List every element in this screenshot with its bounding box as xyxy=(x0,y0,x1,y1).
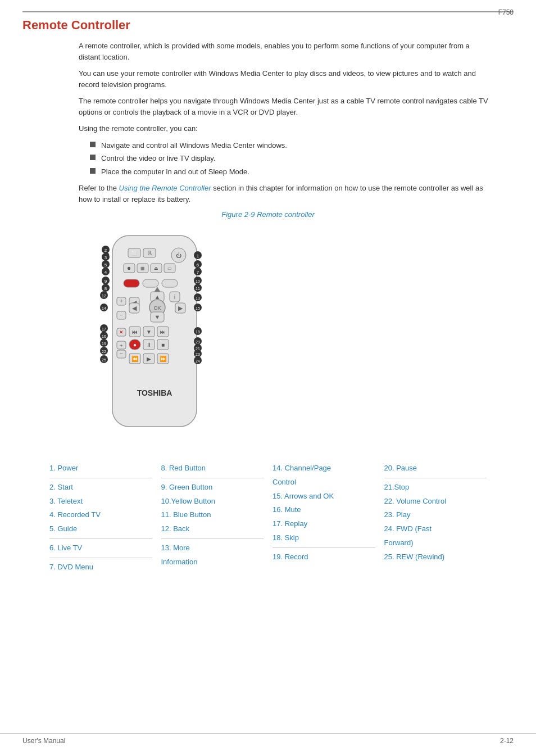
svg-text:■: ■ xyxy=(161,342,165,348)
paragraph-3: The remote controller helps you navigate… xyxy=(79,96,491,117)
svg-text:22: 22 xyxy=(102,350,106,354)
paragraph-2: You can use your remote controller with … xyxy=(79,68,491,90)
legend-item: 7. DVD Menu xyxy=(49,562,152,573)
legend-col-3: 14. Channel/Page Control 15. Arrows and … xyxy=(268,460,380,578)
footer-left: User's Manual xyxy=(22,737,65,745)
svg-text:24: 24 xyxy=(196,359,200,363)
legend-item: 21.Stop xyxy=(384,482,487,494)
legend-col-1: 1. Power 2. Start 3. Teletext 4. Recorde… xyxy=(45,460,157,578)
legend-item: Forward) xyxy=(384,537,487,549)
svg-text:+: + xyxy=(120,343,122,348)
legend-item: 11. Blue Button xyxy=(161,509,264,521)
svg-text:1: 1 xyxy=(197,253,199,259)
legend-item: 1. Power xyxy=(49,463,152,474)
page-id: F750 xyxy=(498,8,514,16)
svg-text:◀: ◀ xyxy=(132,305,137,311)
svg-text:ℝ: ℝ xyxy=(148,250,152,256)
list-item: Place the computer in and out of Sleep M… xyxy=(90,166,491,178)
svg-text:▶: ▶ xyxy=(178,305,183,311)
legend-item: Control xyxy=(272,477,375,488)
bullet-icon xyxy=(90,168,96,174)
svg-text:3: 3 xyxy=(105,255,107,260)
legend-item: 9. Green Button xyxy=(161,482,264,494)
bullet-icon xyxy=(90,155,96,160)
svg-text:16: 16 xyxy=(102,334,106,338)
svg-text:13: 13 xyxy=(196,296,200,300)
svg-text:⏺: ⏺ xyxy=(127,266,131,271)
svg-text:18: 18 xyxy=(196,330,200,334)
svg-text:25: 25 xyxy=(102,358,106,362)
internal-link[interactable]: Using the Remote Controller xyxy=(119,184,211,192)
svg-text:⏭: ⏭ xyxy=(160,329,166,335)
svg-text:OK: OK xyxy=(153,305,161,311)
svg-text:⏻: ⏻ xyxy=(176,252,181,259)
section-title: Remote Controller xyxy=(22,18,514,33)
legend-item: 15. Arrows and OK xyxy=(272,491,375,503)
legend-item: 8. Red Button xyxy=(161,463,264,474)
svg-text:10: 10 xyxy=(196,279,200,283)
bullet-list: Navigate and control all Windows Media C… xyxy=(90,140,491,178)
svg-text:TOSHIBA: TOSHIBA xyxy=(137,388,172,397)
svg-text:4: 4 xyxy=(105,270,107,275)
svg-text:+: + xyxy=(120,298,123,304)
svg-text:8: 8 xyxy=(105,286,107,291)
legend-item: 3. Teletext xyxy=(49,496,152,508)
legend-item: 17. Replay xyxy=(272,518,375,530)
legend-col-2: 8. Red Button 9. Green Button 10.Yellow … xyxy=(157,460,269,578)
legend-item: 23. Play xyxy=(384,509,487,521)
svg-rect-16 xyxy=(143,279,158,287)
legend-col-4: 20. Pause 21.Stop 22. Volume Control 23.… xyxy=(380,460,492,578)
figure-caption: Figure 2-9 Remote controller xyxy=(22,210,514,219)
svg-text:⏮: ⏮ xyxy=(132,329,138,335)
svg-text:−: − xyxy=(120,351,123,357)
legend-item: 2. Start xyxy=(49,482,152,494)
svg-rect-17 xyxy=(162,279,178,287)
svg-text:6: 6 xyxy=(197,262,199,268)
svg-text:14: 14 xyxy=(102,306,106,310)
svg-text:⏪: ⏪ xyxy=(131,355,139,363)
legend-item: Information xyxy=(161,556,264,568)
legend-item: 4. Recorded TV xyxy=(49,509,152,521)
svg-text:▼: ▼ xyxy=(146,329,152,335)
svg-text:23: 23 xyxy=(196,352,200,356)
list-item: Navigate and control all Windows Media C… xyxy=(90,140,491,151)
legend-section: 1. Power 2. Start 3. Teletext 4. Recorde… xyxy=(45,460,491,578)
svg-text:▦: ▦ xyxy=(140,266,145,271)
svg-text:2: 2 xyxy=(105,248,107,253)
svg-text:⏸: ⏸ xyxy=(146,342,152,348)
legend-item: 16. Mute xyxy=(272,504,375,516)
svg-text:5: 5 xyxy=(105,262,107,268)
list-item: Control the video or live TV display. xyxy=(90,153,491,164)
footer: User's Manual 2-12 xyxy=(0,733,536,745)
legend-item: 22. Volume Control xyxy=(384,496,487,508)
legend-item: 10.Yellow Button xyxy=(161,496,264,508)
svg-text:▭: ▭ xyxy=(167,266,172,271)
bullet-icon xyxy=(90,142,96,147)
svg-rect-15 xyxy=(124,279,139,287)
svg-text:▶: ▶ xyxy=(147,356,151,362)
svg-text:−: − xyxy=(120,312,123,318)
svg-text:✕: ✕ xyxy=(119,329,124,335)
legend-item: 19. Record xyxy=(272,551,375,563)
legend-item: 5. Guide xyxy=(49,523,152,535)
remote-diagram: ⏻ ⬜ ℝ ⏺ ▦ ⏏ ▭ + − xyxy=(56,224,514,449)
legend-item: 12. Back xyxy=(161,523,264,535)
svg-text:19: 19 xyxy=(102,342,106,346)
svg-text:▲: ▲ xyxy=(155,293,161,300)
paragraph-4: Using the remote controller, you can: xyxy=(79,123,491,134)
footer-right: 2-12 xyxy=(500,737,514,745)
svg-text:●: ● xyxy=(133,342,137,348)
paragraph-5: Refer to the Using the Remote Controller… xyxy=(79,183,491,205)
svg-text:⏏: ⏏ xyxy=(154,266,158,271)
svg-text:⬜: ⬜ xyxy=(131,250,137,256)
legend-item: 14. Channel/Page xyxy=(272,463,375,474)
svg-text:▼: ▼ xyxy=(155,314,161,320)
svg-text:15: 15 xyxy=(196,306,200,310)
svg-text:11: 11 xyxy=(196,287,200,291)
legend-item: 24. FWD (Fast xyxy=(384,523,487,535)
legend-item: 20. Pause xyxy=(384,463,487,474)
paragraph-1: A remote controller, which is provided w… xyxy=(79,40,491,62)
svg-text:20: 20 xyxy=(196,340,200,344)
legend-item: 25. REW (Rewind) xyxy=(384,551,487,563)
svg-text:12: 12 xyxy=(102,294,106,298)
